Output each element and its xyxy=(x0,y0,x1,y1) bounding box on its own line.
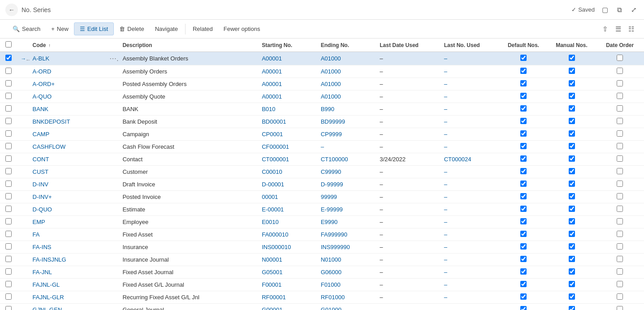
row-default-nos[interactable] xyxy=(499,78,548,90)
table-row[interactable]: FA-JNL Fixed Asset Journal G05001 G06000… xyxy=(0,266,644,279)
default-nos-checkbox[interactable] xyxy=(520,68,527,74)
row-code[interactable]: FA-JNL xyxy=(29,266,104,279)
row-context-menu[interactable] xyxy=(104,304,119,310)
row-ending-no[interactable]: BD99999 xyxy=(317,116,376,128)
row-last-no-used[interactable]: – xyxy=(441,166,500,178)
row-code[interactable]: FAJNL-GLR xyxy=(29,291,104,304)
row-code[interactable]: CAMP xyxy=(29,128,104,141)
row-starting-no[interactable]: G00001 xyxy=(258,304,317,310)
row-ending-no[interactable]: A01000 xyxy=(317,52,376,65)
navigate-button[interactable]: Navigate xyxy=(150,23,183,35)
select-all-checkbox[interactable] xyxy=(5,41,12,47)
table-row[interactable]: BANK BANK B010 B990 – – xyxy=(0,103,644,116)
row-starting-no[interactable]: CP0001 xyxy=(258,128,317,141)
row-default-nos[interactable] xyxy=(499,65,548,78)
row-checkbox-cell[interactable] xyxy=(0,191,17,203)
row-date-order[interactable] xyxy=(596,153,644,166)
row-default-nos[interactable] xyxy=(499,103,548,116)
row-starting-no[interactable]: CT000001 xyxy=(258,153,317,166)
row-code[interactable]: BANK xyxy=(29,103,104,116)
row-checkbox[interactable] xyxy=(5,193,12,199)
row-manual-nos[interactable] xyxy=(548,304,596,310)
manual-nos-checkbox[interactable] xyxy=(569,168,575,174)
row-starting-no[interactable]: FA000010 xyxy=(258,228,317,241)
row-starting-no[interactable]: 00001 xyxy=(258,191,317,203)
date-order-checkbox[interactable] xyxy=(617,80,623,86)
date-order-checkbox[interactable] xyxy=(617,55,623,61)
manual-nos-checkbox[interactable] xyxy=(569,130,575,137)
row-ending-no[interactable]: A01000 xyxy=(317,65,376,78)
row-checkbox[interactable] xyxy=(5,231,12,237)
row-date-order[interactable] xyxy=(596,254,644,266)
table-row[interactable]: A-QUO Assembly Quote A00001 A01000 – – xyxy=(0,90,644,103)
default-nos-checkbox[interactable] xyxy=(520,118,527,124)
row-starting-no[interactable]: A00001 xyxy=(258,90,317,103)
row-code[interactable]: D-INV xyxy=(29,178,104,191)
default-nos-checkbox[interactable] xyxy=(520,143,527,149)
table-row[interactable]: CUST Customer C00010 C99990 – – xyxy=(0,166,644,178)
row-checkbox-cell[interactable] xyxy=(0,90,17,103)
table-row[interactable]: FA-INS Insurance INS000010 INS999990 – – xyxy=(0,241,644,254)
row-last-no-used[interactable]: – xyxy=(441,52,500,65)
manual-nos-checkbox[interactable] xyxy=(569,80,575,86)
date-order-checkbox[interactable] xyxy=(617,193,623,199)
manual-nos-checkbox[interactable] xyxy=(569,256,575,262)
row-context-menu[interactable] xyxy=(104,191,119,203)
header-description[interactable]: Description xyxy=(119,39,258,52)
row-manual-nos[interactable] xyxy=(548,116,596,128)
row-checkbox[interactable] xyxy=(5,80,12,86)
row-checkbox-cell[interactable] xyxy=(0,304,17,310)
date-order-checkbox[interactable] xyxy=(617,231,623,237)
row-starting-no[interactable]: C00010 xyxy=(258,166,317,178)
manual-nos-checkbox[interactable] xyxy=(569,193,575,199)
row-manual-nos[interactable] xyxy=(548,166,596,178)
row-last-no-used[interactable]: – xyxy=(441,291,500,304)
row-manual-nos[interactable] xyxy=(548,254,596,266)
row-ending-no[interactable]: B990 xyxy=(317,103,376,116)
row-starting-no[interactable]: N00001 xyxy=(258,254,317,266)
row-ending-no[interactable]: CP9999 xyxy=(317,128,376,141)
row-manual-nos[interactable] xyxy=(548,128,596,141)
row-ending-no[interactable]: N01000 xyxy=(317,254,376,266)
default-nos-checkbox[interactable] xyxy=(520,268,527,275)
row-checkbox[interactable] xyxy=(5,268,12,275)
row-ending-no[interactable]: CT100000 xyxy=(317,153,376,166)
table-row[interactable]: CONT Contact CT000001 CT100000 3/24/2022… xyxy=(0,153,644,166)
row-starting-no[interactable]: RF00001 xyxy=(258,291,317,304)
row-starting-no[interactable]: CF000001 xyxy=(258,141,317,153)
row-code[interactable]: CONT xyxy=(29,153,104,166)
row-checkbox-cell[interactable] xyxy=(0,254,17,266)
row-checkbox[interactable] xyxy=(5,243,12,250)
layout-button[interactable]: ☷ xyxy=(626,23,637,35)
row-default-nos[interactable] xyxy=(499,254,548,266)
row-checkbox-cell[interactable] xyxy=(0,291,17,304)
row-date-order[interactable] xyxy=(596,103,644,116)
back-button[interactable]: ← xyxy=(5,4,18,16)
table-row[interactable]: BNKDEPOSIT Bank Deposit BD00001 BD99999 … xyxy=(0,116,644,128)
row-code[interactable]: A-ORD+ xyxy=(29,78,104,90)
header-select-all[interactable] xyxy=(0,39,17,52)
row-checkbox-cell[interactable] xyxy=(0,141,17,153)
row-last-no-used[interactable]: CT000024 xyxy=(441,153,500,166)
manual-nos-checkbox[interactable] xyxy=(569,143,575,149)
row-context-menu[interactable] xyxy=(104,241,119,254)
row-last-no-used[interactable]: – xyxy=(441,279,500,291)
row-manual-nos[interactable] xyxy=(548,191,596,203)
row-ending-no[interactable]: D-99999 xyxy=(317,178,376,191)
row-checkbox-cell[interactable] xyxy=(0,103,17,116)
date-order-checkbox[interactable] xyxy=(617,256,623,262)
default-nos-checkbox[interactable] xyxy=(520,281,527,287)
row-checkbox[interactable] xyxy=(5,68,12,74)
date-order-checkbox[interactable] xyxy=(617,243,623,250)
row-manual-nos[interactable] xyxy=(548,279,596,291)
row-code[interactable]: A-ORD xyxy=(29,65,104,78)
table-row[interactable]: FAJNL-GLR Recurring Fixed Asset G/L Jnl … xyxy=(0,291,644,304)
row-context-menu[interactable] xyxy=(104,216,119,228)
header-manual-nos[interactable]: Manual Nos. xyxy=(548,39,596,52)
default-nos-checkbox[interactable] xyxy=(520,231,527,237)
row-last-no-used[interactable]: – xyxy=(441,304,500,310)
row-last-no-used[interactable]: – xyxy=(441,228,500,241)
row-date-order[interactable] xyxy=(596,216,644,228)
table-row[interactable]: CAMP Campaign CP0001 CP9999 – – xyxy=(0,128,644,141)
row-starting-no[interactable]: F00001 xyxy=(258,279,317,291)
